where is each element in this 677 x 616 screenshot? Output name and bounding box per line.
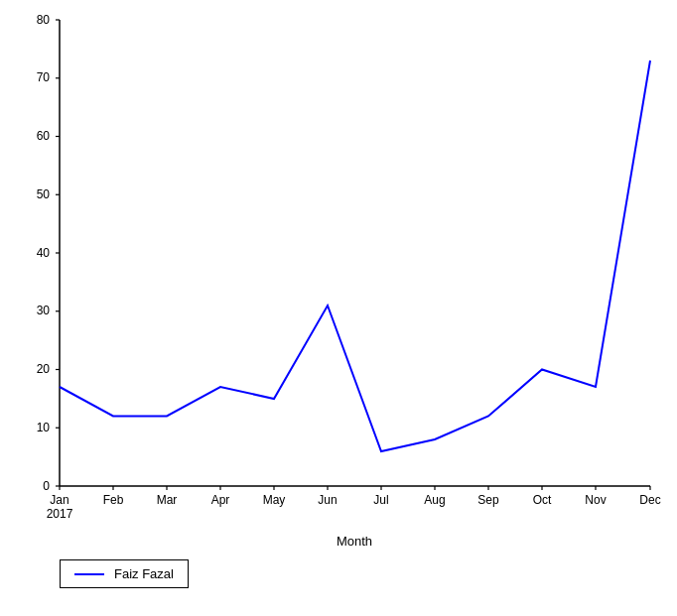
svg-text:80: 80 — [37, 13, 51, 27]
svg-text:Mar: Mar — [157, 493, 178, 507]
svg-text:30: 30 — [37, 304, 51, 317]
svg-text:20: 20 — [37, 362, 51, 376]
x-tick-mar: Mar — [157, 486, 178, 507]
legend: Faiz Fazal — [60, 559, 189, 588]
x-tick-feb: Feb — [103, 486, 124, 507]
svg-text:Jun: Jun — [318, 493, 337, 507]
svg-text:40: 40 — [37, 246, 51, 260]
x-tick-jan: Jan 2017 — [47, 486, 73, 521]
x-tick-aug: Aug — [424, 486, 445, 507]
x-tick-oct: Oct — [533, 486, 552, 507]
svg-text:Feb: Feb — [103, 493, 124, 507]
legend-label: Faiz Fazal — [114, 566, 174, 581]
svg-text:May: May — [263, 493, 286, 507]
legend-line — [74, 573, 104, 575]
data-line-faiz-fazal — [60, 61, 650, 451]
x-tick-apr: Apr — [211, 486, 230, 507]
svg-text:Oct: Oct — [533, 493, 552, 507]
svg-text:Jan: Jan — [50, 493, 68, 507]
svg-text:10: 10 — [37, 421, 51, 434]
y-tick-50: 50 — [37, 187, 60, 201]
svg-text:60: 60 — [37, 129, 51, 143]
svg-text:Apr: Apr — [211, 493, 230, 507]
y-tick-30: 30 — [37, 304, 60, 317]
y-tick-10: 10 — [37, 421, 60, 434]
svg-text:Dec: Dec — [639, 493, 660, 507]
x-tick-sep: Sep — [477, 486, 499, 507]
x-tick-dec: Dec — [639, 486, 660, 507]
y-tick-60: 60 — [37, 129, 60, 143]
svg-text:70: 70 — [37, 70, 51, 84]
y-tick-0: 0 — [43, 479, 60, 493]
x-tick-nov: Nov — [585, 486, 606, 507]
y-tick-20: 20 — [37, 362, 60, 376]
chart-container: 0 10 20 30 40 50 60 70 — [0, 0, 677, 616]
x-tick-may: May — [263, 486, 286, 507]
svg-text:0: 0 — [43, 479, 50, 493]
x-tick-jun: Jun — [318, 486, 337, 507]
svg-text:Sep: Sep — [477, 493, 499, 507]
svg-text:2017: 2017 — [47, 507, 73, 521]
svg-text:Aug: Aug — [424, 493, 445, 507]
y-tick-40: 40 — [37, 246, 60, 260]
svg-text:Jul: Jul — [373, 493, 388, 507]
svg-text:50: 50 — [37, 187, 51, 201]
svg-text:Nov: Nov — [585, 493, 606, 507]
x-tick-jul: Jul — [373, 486, 388, 507]
y-tick-70: 70 — [37, 70, 60, 84]
x-axis-label: Month — [337, 534, 372, 549]
y-tick-80: 80 — [37, 13, 60, 27]
